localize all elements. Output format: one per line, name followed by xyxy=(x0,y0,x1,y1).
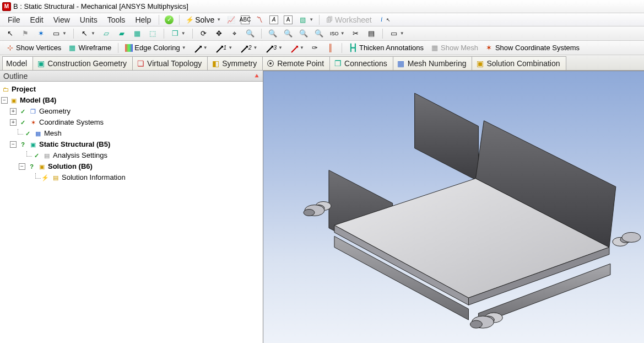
status-ok-icon xyxy=(32,151,41,160)
image-icon: ▧ xyxy=(298,15,307,24)
tree-model[interactable]: − ▣ Model (B4) xyxy=(1,95,262,106)
chevron-down-icon: ▼ xyxy=(62,31,67,36)
status-ok-button[interactable]: ✓ xyxy=(163,15,176,25)
show-cs-label: Show Coordinate Systems xyxy=(495,44,580,52)
pick-vertex-button[interactable]: ⬚ xyxy=(146,29,159,39)
menu-file[interactable]: File xyxy=(3,14,25,25)
cursor-icon: ↖ xyxy=(6,29,14,38)
zoom-selection-button[interactable]: 🔍 xyxy=(312,29,326,39)
pencil-red-button[interactable]: ▼ xyxy=(287,45,306,51)
pencil-2-button[interactable]: 2▼ xyxy=(237,44,259,51)
solve-button[interactable]: ⚡ Solve ▼ xyxy=(183,15,223,25)
tree-solution[interactable]: − ▣ Solution (B6) xyxy=(1,161,262,172)
snapshot-button[interactable]: ✂ xyxy=(349,29,362,39)
pick-face-button[interactable]: ▰ xyxy=(115,29,128,39)
view-options-button[interactable]: ▤ xyxy=(365,29,378,39)
toggle-collapse-icon[interactable]: − xyxy=(1,97,8,104)
tab-symmetry[interactable]: ◧ Symmetry xyxy=(207,56,263,70)
menu-help[interactable]: Help xyxy=(131,14,155,25)
outline-tree[interactable]: 🗀 Project − ▣ Model (B4) + ❒ Geometry + … xyxy=(0,82,263,343)
tab-symmetry-label: Symmetry xyxy=(222,59,257,68)
lightning-icon: ⚡ xyxy=(185,15,194,24)
tree-mesh[interactable]: ▦ Mesh xyxy=(1,128,262,139)
pick-point-button[interactable]: ↖▼ xyxy=(78,29,98,39)
flag-button[interactable]: ⚑ xyxy=(19,29,32,39)
tree-project[interactable]: 🗀 Project xyxy=(1,84,262,95)
cube-button[interactable]: ❒▼ xyxy=(169,29,188,39)
pan-icon: ✥ xyxy=(215,29,224,38)
tab-model-label: Model xyxy=(6,59,27,68)
wireframe-button[interactable]: ▦ Wireframe xyxy=(66,43,113,53)
separator xyxy=(179,15,180,25)
show-vertices-label: Show Vertices xyxy=(16,44,61,52)
pencil-1-button[interactable]: 1▼ xyxy=(212,44,235,51)
show-mesh-button[interactable]: ▦ Show Mesh xyxy=(428,43,480,53)
status-ok-icon xyxy=(23,129,32,138)
zoom-area-button[interactable]: ⌖ xyxy=(228,29,241,39)
abc-button[interactable]: ABC xyxy=(239,15,252,25)
menu-edit[interactable]: Edit xyxy=(26,14,48,25)
pencil-0-button[interactable]: ▼ xyxy=(191,45,210,51)
tab-model[interactable]: Model xyxy=(2,56,33,70)
a-color-button[interactable]: A xyxy=(282,15,295,25)
tree-analysis-settings[interactable]: ▤ Analysis Settings xyxy=(1,150,262,161)
menu-tools[interactable]: Tools xyxy=(103,14,130,25)
tab-solution-combination[interactable]: ▣ Solution Combination xyxy=(472,56,566,70)
worksheet-button[interactable]: 🗐 Worksheet xyxy=(323,15,374,25)
tab-construction-geometry[interactable]: ▣ Construction Geometry xyxy=(33,56,133,70)
probe-button[interactable]: ║ xyxy=(324,43,337,53)
toggle-expand-icon[interactable]: + xyxy=(10,108,17,115)
tree-solution-information[interactable]: ▤ Solution Information xyxy=(1,172,262,183)
tree-coordinate-systems[interactable]: + ✶ Coordinate Systems xyxy=(1,117,262,128)
show-mesh-label: Show Mesh xyxy=(441,44,478,52)
thicken-annotations-button[interactable]: ┣┫ Thicken Annotations xyxy=(347,43,426,53)
show-cs-button[interactable]: ✶ Show Coordinate Systems xyxy=(483,43,582,53)
annotate-a-button[interactable]: A xyxy=(267,15,280,25)
tree-static-structural[interactable]: − ▣ Static Structural (B5) xyxy=(1,139,262,150)
toggle-collapse-icon[interactable]: − xyxy=(19,163,25,170)
tab-mesh-numbering[interactable]: ▦ Mesh Numbering xyxy=(393,56,473,70)
pan-button[interactable]: ✥ xyxy=(213,29,226,39)
3d-viewport[interactable] xyxy=(263,71,644,343)
axes-button[interactable]: ✶ xyxy=(34,29,47,39)
svg-marker-0 xyxy=(415,93,479,181)
tree-solution-label: Solution (B6) xyxy=(48,161,93,172)
palette-button[interactable]: ▭▼ xyxy=(387,29,407,39)
chevron-down-icon: ▼ xyxy=(253,45,258,50)
menu-view[interactable]: View xyxy=(49,14,74,25)
tag-button[interactable]: ✑ xyxy=(309,43,322,53)
pencil-3-button[interactable]: 3▼ xyxy=(262,44,285,51)
info-button[interactable]: i ↖ xyxy=(375,15,395,25)
zoom-in-button[interactable]: 🔍 xyxy=(266,29,279,39)
pick-body-button[interactable]: ▦ xyxy=(131,29,144,39)
iso-button[interactable]: ISO▼ xyxy=(328,29,347,39)
project-icon: 🗀 xyxy=(1,85,10,94)
edge-coloring-button[interactable]: Edge Coloring ▼ xyxy=(123,43,188,52)
tab-remote-point[interactable]: ⦿ Remote Point xyxy=(262,56,330,70)
mesh-icon: ▦ xyxy=(430,44,439,52)
zoom-button[interactable]: 🔍 xyxy=(243,29,257,39)
rotate-button[interactable]: ⟳ xyxy=(197,29,210,39)
chevron-down-icon: ▼ xyxy=(309,17,313,22)
cursor-button[interactable]: ↖ xyxy=(3,29,17,39)
pick-edge-button[interactable]: ▱ xyxy=(100,29,113,39)
zoom-out-button[interactable]: 🔍 xyxy=(282,29,295,39)
separator xyxy=(342,43,342,53)
menu-units[interactable]: Units xyxy=(75,14,102,25)
show-vertices-button[interactable]: ⊹ Show Vertices xyxy=(3,43,63,53)
tab-connections[interactable]: ❐ Connections xyxy=(329,56,393,70)
tab-virtual-topology[interactable]: ❏ Virtual Topology xyxy=(132,56,208,70)
cursor-icon: ↖ xyxy=(384,15,393,24)
status-solve-icon xyxy=(41,173,50,182)
tree-geometry[interactable]: + ❒ Geometry xyxy=(1,106,262,117)
toggle-collapse-icon[interactable]: − xyxy=(10,141,17,148)
toggle-expand-icon[interactable]: + xyxy=(10,119,17,126)
abc-icon: ABC xyxy=(241,15,250,24)
select-button[interactable]: ▭▼ xyxy=(50,29,69,39)
new-chart-button[interactable]: 📈 xyxy=(224,15,237,25)
chevron-down-icon: ▼ xyxy=(91,31,95,36)
plot-button[interactable]: 〽 xyxy=(253,15,266,25)
image-button[interactable]: ▧ ▼ xyxy=(296,15,316,25)
pin-icon[interactable]: 🔺 xyxy=(253,72,261,79)
zoom-fit-button[interactable]: 🔍 xyxy=(297,29,310,39)
